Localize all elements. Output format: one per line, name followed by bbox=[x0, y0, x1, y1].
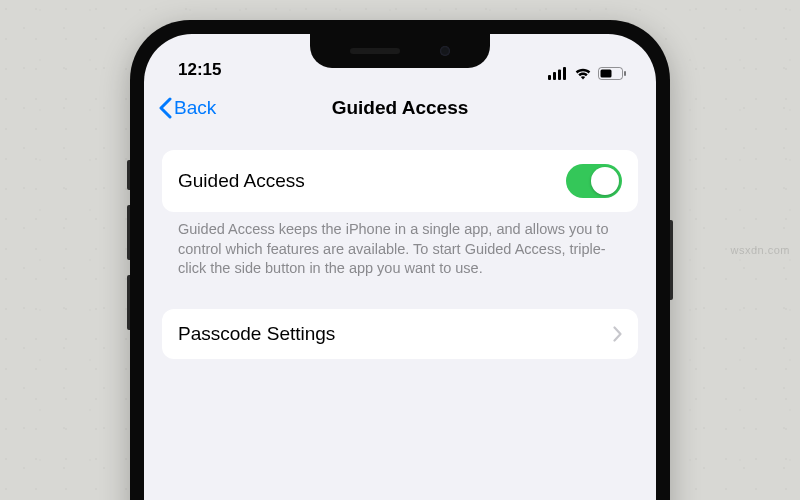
guided-access-description: Guided Access keeps the iPhone in a sing… bbox=[162, 212, 638, 299]
battery-icon bbox=[598, 67, 626, 80]
back-label: Back bbox=[174, 97, 216, 119]
guided-access-label: Guided Access bbox=[178, 170, 305, 192]
mute-switch bbox=[127, 160, 130, 190]
status-right bbox=[548, 67, 626, 80]
passcode-settings-label: Passcode Settings bbox=[178, 323, 335, 345]
status-time: 12:15 bbox=[178, 60, 221, 80]
svg-rect-6 bbox=[624, 71, 626, 76]
svg-rect-5 bbox=[601, 70, 612, 78]
guided-access-toggle-cell[interactable]: Guided Access bbox=[162, 150, 638, 212]
chevron-left-icon bbox=[158, 97, 172, 119]
svg-rect-1 bbox=[553, 72, 556, 80]
passcode-settings-cell[interactable]: Passcode Settings bbox=[162, 309, 638, 359]
cellular-icon bbox=[548, 67, 568, 80]
volume-up-button bbox=[127, 205, 130, 260]
svg-rect-3 bbox=[563, 67, 566, 80]
nav-bar: Back Guided Access bbox=[144, 84, 656, 132]
guided-access-toggle[interactable] bbox=[566, 164, 622, 198]
wifi-icon bbox=[574, 67, 592, 80]
watermark-text: wsxdn.com bbox=[730, 244, 790, 256]
page-title: Guided Access bbox=[144, 97, 656, 119]
passcode-group: Passcode Settings bbox=[162, 309, 638, 359]
guided-access-group: Guided Access Guided Access keeps the iP… bbox=[162, 150, 638, 299]
speaker bbox=[350, 48, 400, 54]
front-camera bbox=[440, 46, 450, 56]
svg-rect-0 bbox=[548, 75, 551, 80]
svg-rect-2 bbox=[558, 70, 561, 81]
content: Guided Access Guided Access keeps the iP… bbox=[144, 132, 656, 359]
volume-down-button bbox=[127, 275, 130, 330]
chevron-right-icon bbox=[613, 326, 622, 342]
screen: 12:15 bbox=[144, 34, 656, 500]
back-button[interactable]: Back bbox=[158, 97, 216, 119]
notch bbox=[310, 34, 490, 68]
side-button bbox=[670, 220, 673, 300]
phone-frame: 12:15 bbox=[130, 20, 670, 500]
toggle-knob bbox=[591, 167, 619, 195]
